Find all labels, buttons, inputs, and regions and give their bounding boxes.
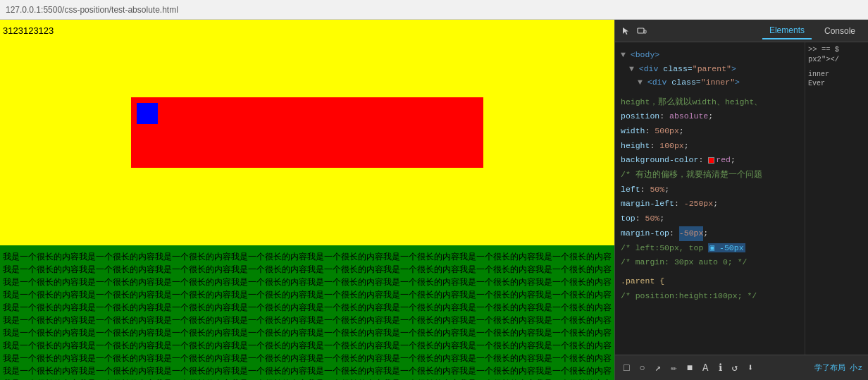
parent-box: 3123123123 xyxy=(0,20,614,245)
css-left-row: left: 50%; xyxy=(621,183,799,197)
css-comment1-row: height，那么就以width、height、 xyxy=(621,95,799,110)
css-selector: .parent { xyxy=(621,276,664,286)
html-inner-row: ▼ <div class="inner"> xyxy=(621,75,799,90)
css-margin-left-row: margin-left: -250px; xyxy=(621,197,799,212)
css-width-row: width: 500px; xyxy=(621,124,799,139)
toolbar-btn1[interactable]: □ xyxy=(621,361,632,375)
side-ever-label: Ever xyxy=(808,80,865,87)
css-selector-row: .parent { xyxy=(621,274,799,289)
tab-elements[interactable]: Elements xyxy=(762,23,812,39)
css-position-prop: position xyxy=(621,111,659,121)
css-height-row: height: 100px; xyxy=(621,139,799,154)
css-comment1: height，那么就以width、height、 xyxy=(621,97,762,106)
css-margin-top-prop: margin-top xyxy=(621,228,669,238)
css-comment4: /* margin: 30px auto 0; */ xyxy=(621,257,747,266)
css-comment2-row: /* 有边的偏移，就要搞清楚一个问题 xyxy=(621,168,799,183)
css-top-prop: top xyxy=(621,214,636,223)
css-margin-left-val: -250px xyxy=(684,199,713,208)
cursor-icon[interactable] xyxy=(621,25,632,37)
right-label1: >> == $ xyxy=(808,45,865,54)
css-width-val: 500px xyxy=(655,126,679,135)
red-box xyxy=(131,97,483,168)
toolbar-btn4[interactable]: ✏ xyxy=(668,360,679,375)
css-left-prop: left xyxy=(621,185,640,194)
body-tag: <body> xyxy=(631,50,659,59)
css-margin-top-val: -50px xyxy=(679,226,704,241)
browser-bar: 127.0.0.1:5500/css-position/test-absolut… xyxy=(0,0,868,20)
svg-rect-1 xyxy=(644,30,646,33)
text-content: 我是一个很长的内容我是一个很长的内容我是一个很长的内容我是一个很长的内容我是一个… xyxy=(0,249,614,380)
blue-box xyxy=(137,103,158,124)
html-tree: ▼ <body> ▼ <div class="parent"> ▼ <div c… xyxy=(615,45,805,92)
side-inner-label: inner xyxy=(808,71,865,78)
css-panel: height，那么就以width、height、 position: absol… xyxy=(615,92,805,307)
css-top-val: 50% xyxy=(645,214,660,223)
toolbar-btn8[interactable]: ↺ xyxy=(729,360,740,375)
css-bg-row: background-color: red; xyxy=(621,153,799,168)
devtools-left: ▼ <body> ▼ <div class="parent"> ▼ <div c… xyxy=(615,42,805,355)
css-bg-val: red xyxy=(716,155,731,164)
css-selector-comment: /* position:height:100px; */ xyxy=(621,291,757,300)
css-position-val: absolute xyxy=(669,111,708,121)
css-margin-top-row: margin-top: -50px; xyxy=(621,226,799,241)
toolbar-btn3[interactable]: ↗ xyxy=(652,360,664,375)
css-comment4-row: /* margin: 30px auto 0; */ xyxy=(621,255,799,270)
html-parent-row: ▼ <div class="parent"> xyxy=(621,62,799,76)
svg-rect-0 xyxy=(638,28,644,33)
css-height-prop: height xyxy=(621,141,650,150)
main-area: 3123123123 我是一个很长的内容我是一个很长的内容我是一个很长的内容我是… xyxy=(0,20,868,380)
css-bg-prop: background-color xyxy=(621,155,698,164)
toolbar-btn2[interactable]: ○ xyxy=(636,361,647,375)
css-position-row: position: absolute; xyxy=(621,109,799,124)
css-comment3-row: /* left:50px, top ▣ -50px xyxy=(621,241,799,256)
css-height-val: 100px xyxy=(659,141,684,150)
css-comment2: /* 有边的偏移，就要搞清楚一个问题 xyxy=(621,170,762,179)
css-highlighted-val: ▣ -50px xyxy=(708,243,745,252)
page-content: 3123123123 我是一个很长的内容我是一个很长的内容我是一个很长的内容我是… xyxy=(0,20,614,380)
toolbar-btn7[interactable]: ℹ xyxy=(716,360,725,375)
devtools-bottom-toolbar: □ ○ ↗ ✏ ■ A ℹ ↺ ⬇ 学了布局 小z xyxy=(615,355,868,380)
right-label2: px2"></ xyxy=(808,55,865,63)
css-left-val: 50% xyxy=(650,185,664,194)
url-bar: 127.0.0.1:5500/css-position/test-absolut… xyxy=(6,5,178,15)
css-margin-left-prop: margin-left xyxy=(621,199,674,208)
responsive-icon[interactable] xyxy=(636,25,647,37)
tab-console[interactable]: Console xyxy=(817,23,862,39)
div-inner-tag: <div xyxy=(647,78,672,87)
devtools-panel: Elements Console ▼ <body> ▼ <div class="… xyxy=(614,20,868,380)
css-top-row: top: 50%; xyxy=(621,212,799,226)
html-body-row: ▼ <body> xyxy=(621,48,799,62)
css-comment3: /* left:50px, top xyxy=(621,243,708,252)
css-selector-comment-row: /* position:height:100px; */ xyxy=(621,289,799,304)
toolbar-btn5[interactable]: ■ xyxy=(684,361,695,375)
toolbar-btn9[interactable]: ⬇ xyxy=(745,360,756,375)
devtools-right-panel: >> == $ px2"></ inner Ever xyxy=(805,42,868,355)
devtools-header: Elements Console xyxy=(615,20,868,42)
long-text: 我是一个很长的内容我是一个很长的内容我是一个很长的内容我是一个很长的内容我是一个… xyxy=(3,252,612,380)
devtools-icons xyxy=(621,25,647,37)
toolbar-btn6[interactable]: A xyxy=(700,361,711,375)
color-swatch-red[interactable] xyxy=(708,157,714,164)
toolbar-label: 学了布局 小z xyxy=(814,362,862,373)
page-number: 3123123123 xyxy=(3,25,54,36)
css-width-prop: width xyxy=(621,126,645,135)
div-parent-tag: <div xyxy=(639,64,664,73)
devtools-body: ▼ <body> ▼ <div class="parent"> ▼ <div c… xyxy=(615,42,868,355)
